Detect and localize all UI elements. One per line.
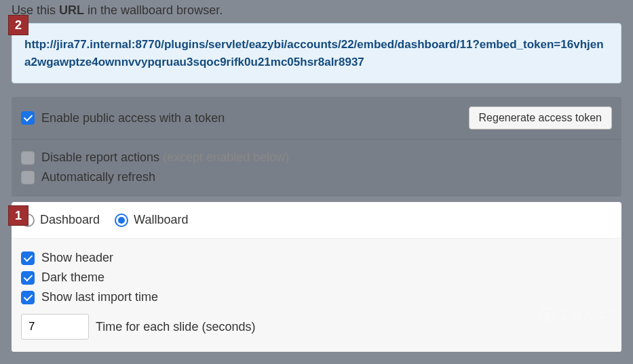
show-header-checkbox[interactable]	[21, 251, 35, 265]
show-last-import-label: Show last import time	[41, 290, 158, 304]
disable-report-actions-checkbox[interactable]	[21, 151, 35, 165]
enable-public-checkbox[interactable]	[21, 111, 35, 125]
slide-time-label: Time for each slide (seconds)	[96, 320, 255, 334]
annotation-marker-2: 2	[8, 15, 28, 35]
disable-report-actions-label: Disable report actions (except enabled b…	[41, 150, 289, 165]
instruction-bold: URL	[59, 3, 84, 17]
auto-refresh-label: Automatically refresh	[41, 170, 155, 184]
show-header-label: Show header	[41, 251, 113, 265]
enable-public-label: Enable public access with a token	[41, 111, 225, 125]
wallboard-radio[interactable]	[115, 214, 128, 227]
disable-actions-muted: (except enabled below)	[163, 150, 289, 164]
regenerate-token-button[interactable]: Regenerate access token	[469, 106, 612, 129]
slide-time-input[interactable]	[21, 314, 89, 340]
show-last-import-checkbox[interactable]	[21, 291, 35, 304]
instruction-post: in the wallboard browser.	[84, 3, 223, 17]
instruction-text: Use this URL in the wallboard browser.	[12, 3, 621, 18]
display-mode-panel: Dashboard Wallboard Show header Dark the…	[12, 202, 621, 352]
auto-refresh-checkbox[interactable]	[21, 171, 35, 184]
access-options-panel: Enable public access with a token Regene…	[12, 97, 621, 197]
dark-theme-label: Dark theme	[41, 270, 104, 285]
dashboard-radio-label: Dashboard	[40, 213, 100, 227]
annotation-marker-1: 1	[8, 205, 28, 226]
url-display-box: http://jira77.internal:8770/plugins/serv…	[12, 23, 621, 83]
wallboard-radio-label: Wallboard	[134, 213, 188, 227]
dark-theme-checkbox[interactable]	[21, 271, 35, 285]
disable-actions-text: Disable report actions	[41, 150, 163, 164]
embed-url[interactable]: http://jira77.internal:8770/plugins/serv…	[24, 36, 609, 70]
